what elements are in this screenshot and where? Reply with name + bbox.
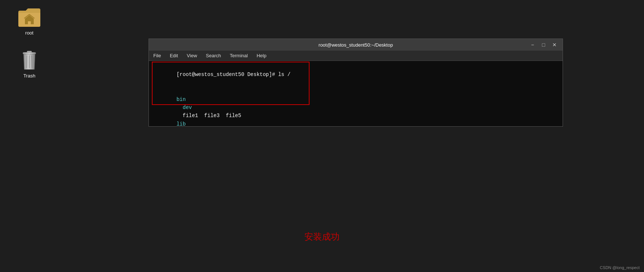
menu-file[interactable]: File xyxy=(152,52,162,59)
root-folder-icon[interactable]: root xyxy=(18,7,41,36)
root-folder-label: root xyxy=(25,30,33,36)
desktop-icons-area: root xyxy=(0,0,59,272)
trash-icon-label: Trash xyxy=(23,73,36,79)
menu-help[interactable]: Help xyxy=(255,52,268,59)
terminal-title: root@westos_student50:~/Desktop xyxy=(319,42,393,48)
terminal-controls: − □ ✕ xyxy=(527,39,560,51)
trash-image xyxy=(18,50,41,71)
terminal-window: root@westos_student50:~/Desktop − □ ✕ Fi… xyxy=(149,39,563,127)
maximize-button[interactable]: □ xyxy=(538,40,549,50)
svg-rect-1 xyxy=(27,51,32,53)
minimize-button[interactable]: − xyxy=(527,40,538,50)
menu-view[interactable]: View xyxy=(185,52,198,59)
terminal-line-1: [root@westos_student50 Desktop]# ls / xyxy=(152,62,560,87)
annotation-text: 安装成功 xyxy=(304,231,340,243)
menu-terminal[interactable]: Terminal xyxy=(228,52,249,59)
terminal-content[interactable]: [root@westos_student50 Desktop]# ls / bi… xyxy=(149,61,563,126)
watermark: CSDN @long_respect xyxy=(600,265,640,270)
terminal-titlebar: root@westos_student50:~/Desktop − □ ✕ xyxy=(149,39,563,51)
terminal-menubar: File Edit View Search Terminal Help xyxy=(149,51,563,61)
close-button[interactable]: ✕ xyxy=(549,40,560,50)
root-folder-image xyxy=(18,7,41,28)
menu-search[interactable]: Search xyxy=(204,52,222,59)
trash-icon[interactable]: Trash xyxy=(18,50,41,79)
menu-edit[interactable]: Edit xyxy=(168,52,179,59)
terminal-line-2: bin dev file1 file3 file5 lib media opt … xyxy=(152,87,560,126)
svg-line-2 xyxy=(27,55,27,68)
desktop: root xyxy=(0,0,644,272)
svg-line-4 xyxy=(32,55,32,68)
